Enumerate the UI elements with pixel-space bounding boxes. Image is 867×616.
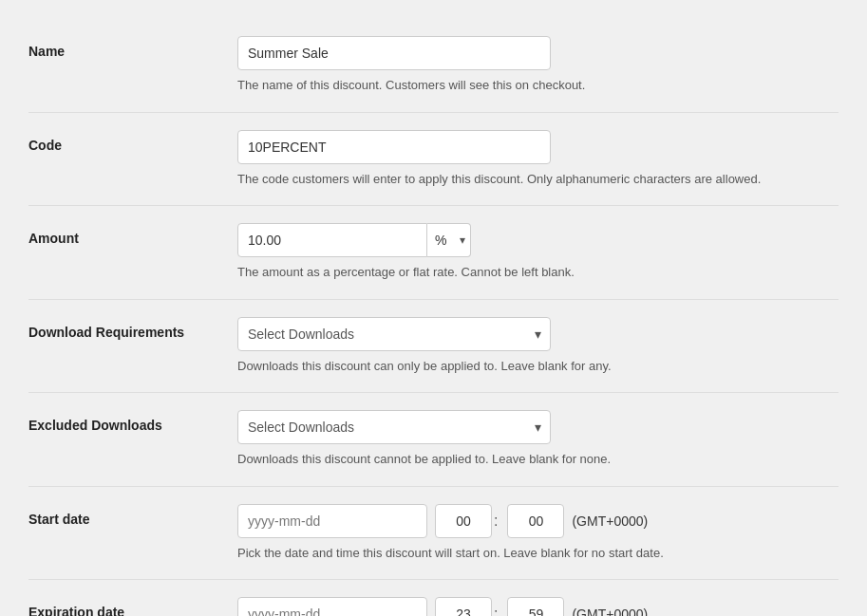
- code-field: The code customers will enter to apply t…: [237, 130, 839, 189]
- download-requirements-hint: Downloads this discount can only be appl…: [237, 357, 826, 376]
- code-input[interactable]: [237, 130, 551, 164]
- start-date-input[interactable]: [237, 504, 427, 538]
- name-field: The name of this discount. Customers wil…: [237, 36, 839, 95]
- amount-row: Amount % $ The amount as a percentage or…: [28, 206, 839, 300]
- amount-hint: The amount as a percentage or flat rate.…: [237, 263, 826, 282]
- start-timezone: (GMT+0000): [572, 513, 648, 529]
- expiration-minute-input[interactable]: [507, 597, 564, 616]
- amount-input[interactable]: [237, 223, 427, 257]
- start-date-label: Start date: [28, 504, 237, 527]
- amount-unit-select[interactable]: % $: [427, 223, 471, 257]
- expiration-date-input[interactable]: [237, 597, 427, 616]
- download-requirements-field: Select Downloads Downloads this discount…: [237, 317, 839, 376]
- start-date-row: Start date : (GMT+0000) Pick the date an…: [28, 487, 839, 581]
- name-row: Name The name of this discount. Customer…: [28, 19, 839, 113]
- download-requirements-row: Download Requirements Select Downloads D…: [28, 300, 839, 394]
- expiration-date-group: : (GMT+0000): [237, 597, 839, 616]
- expiration-date-label: Expiration date: [28, 597, 237, 616]
- excluded-downloads-label: Excluded Downloads: [28, 410, 237, 433]
- expiration-date-row: Expiration date : (GMT+0000): [28, 580, 839, 616]
- excluded-downloads-hint: Downloads this discount cannot be applie…: [237, 450, 826, 469]
- code-hint: The code customers will enter to apply t…: [237, 170, 826, 189]
- code-label: Code: [28, 130, 237, 153]
- start-date-field: : (GMT+0000) Pick the date and time this…: [237, 504, 839, 563]
- start-time-separator: :: [492, 513, 499, 530]
- start-minute-input[interactable]: [507, 504, 564, 538]
- excluded-downloads-select[interactable]: Select Downloads: [237, 410, 551, 444]
- download-requirements-select[interactable]: Select Downloads: [237, 317, 551, 351]
- expiration-time-separator: :: [492, 606, 499, 616]
- start-hour-input[interactable]: [435, 504, 492, 538]
- amount-label: Amount: [28, 223, 237, 246]
- excluded-downloads-row: Excluded Downloads Select Downloads Down…: [28, 393, 839, 487]
- amount-unit-wrapper: % $: [427, 223, 471, 257]
- expiration-date-field: : (GMT+0000): [237, 597, 839, 616]
- name-hint: The name of this discount. Customers wil…: [237, 76, 826, 95]
- amount-group: % $: [237, 223, 839, 257]
- download-requirements-label: Download Requirements: [28, 317, 237, 340]
- start-date-group: : (GMT+0000): [237, 504, 839, 538]
- form-container: Name The name of this discount. Customer…: [0, 0, 867, 616]
- amount-field: % $ The amount as a percentage or flat r…: [237, 223, 839, 282]
- expiration-hour-input[interactable]: [435, 597, 492, 616]
- excluded-downloads-wrapper: Select Downloads: [237, 410, 551, 444]
- code-row: Code The code customers will enter to ap…: [28, 113, 839, 207]
- start-date-hint: Pick the date and time this discount wil…: [237, 544, 826, 563]
- excluded-downloads-field: Select Downloads Downloads this discount…: [237, 410, 839, 469]
- name-input[interactable]: [237, 36, 551, 70]
- download-requirements-wrapper: Select Downloads: [237, 317, 551, 351]
- name-label: Name: [28, 36, 237, 59]
- expiration-timezone: (GMT+0000): [572, 607, 648, 616]
